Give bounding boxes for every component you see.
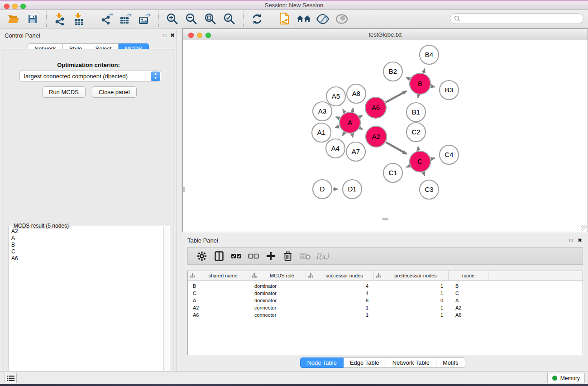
table-cell[interactable]: 8 [306, 298, 374, 303]
mcds-result-item[interactable]: C [10, 248, 163, 255]
table-settings-gear-icon[interactable] [193, 249, 210, 263]
table-cell[interactable]: B [188, 283, 249, 289]
result-list-scrollbar[interactable] [163, 227, 169, 379]
table-cell[interactable]: A2 [188, 305, 249, 310]
table-row[interactable]: Cdominator41C [188, 290, 583, 297]
network-window-titlebar[interactable]: testGlobe.txt [183, 29, 588, 40]
delete-column-icon[interactable] [279, 249, 296, 263]
run-mcds-button[interactable]: Run MCDS [42, 86, 86, 98]
column-header-MCDS-role[interactable]: MCDS role [249, 271, 306, 280]
save-icon[interactable] [23, 11, 42, 27]
table-cell[interactable]: 4 [306, 291, 374, 296]
import-network-icon[interactable] [51, 11, 70, 27]
graph-edge-A-A3[interactable] [336, 117, 339, 118]
mcds-result-item[interactable]: A2 [10, 228, 163, 234]
table-cell[interactable]: A [449, 298, 488, 303]
graph-node-A3[interactable]: A3 [313, 102, 332, 121]
table-cell[interactable]: 1 [374, 312, 449, 318]
open-folder-icon[interactable] [4, 11, 23, 27]
table-cell[interactable]: A6 [449, 312, 488, 318]
float-panel-icon[interactable]: □ [163, 32, 166, 38]
export-image-icon[interactable] [135, 11, 154, 27]
add-column-icon[interactable] [262, 249, 279, 263]
table-cell[interactable]: C [188, 291, 249, 296]
table-cell[interactable]: 1 [374, 305, 449, 310]
graph-node-B3[interactable]: B3 [440, 81, 459, 100]
open-session-file-icon[interactable] [275, 11, 294, 27]
show-annotations-icon[interactable] [332, 11, 351, 27]
graph-node-A2[interactable]: A2 [366, 126, 387, 147]
graph-node-D[interactable]: D [313, 180, 332, 199]
zoom-in-icon[interactable] [163, 11, 182, 27]
table-float-panel-icon[interactable]: □ [569, 237, 573, 243]
home-network-view-icon[interactable] [294, 11, 313, 27]
graph-edge-A-A2[interactable] [360, 128, 363, 129]
table-cell[interactable]: A2 [449, 305, 488, 310]
table-cell[interactable]: 0 [374, 298, 449, 303]
graph-edge-C-C2[interactable] [418, 147, 418, 151]
graph-edge-A6-B[interactable] [386, 91, 406, 102]
graph-node-C2[interactable]: C2 [406, 123, 425, 142]
tab-network-table[interactable]: Network Table [386, 357, 436, 368]
table-cell[interactable]: A [188, 298, 249, 303]
graph-edge-C-C4[interactable] [431, 158, 435, 159]
table-cell[interactable]: 1 [374, 283, 449, 289]
graph-edge-A2-C[interactable] [386, 142, 407, 154]
graph-edge-C-C1[interactable] [406, 166, 410, 167]
table-cell[interactable]: dominator [249, 298, 306, 303]
show-graphics-details-icon[interactable] [313, 11, 332, 27]
graph-node-A4[interactable]: A4 [326, 139, 345, 158]
graph-node-A5[interactable]: A5 [326, 87, 345, 106]
zoom-out-icon[interactable] [182, 11, 201, 27]
graph-node-A7[interactable]: A7 [346, 142, 365, 161]
graph-node-B2[interactable]: B2 [383, 62, 402, 81]
deselect-all-checkboxes-icon[interactable] [245, 249, 262, 263]
graph-node-A1[interactable]: A1 [312, 123, 331, 142]
zoom-fit-icon[interactable] [201, 11, 220, 27]
mcds-result-list[interactable]: A2ABCA6 [10, 228, 163, 262]
tab-edge-table[interactable]: Edge Table [344, 357, 386, 368]
close-panel-icon[interactable]: ✖ [170, 32, 175, 38]
graph-node-C3[interactable]: C3 [420, 180, 439, 199]
graph-node-B[interactable]: B [410, 73, 430, 94]
table-cell[interactable]: 1 [306, 305, 374, 310]
mcds-result-item[interactable]: B [10, 241, 163, 248]
table-cell[interactable]: connector [249, 312, 306, 318]
graph-node-C4[interactable]: C4 [440, 145, 459, 164]
tab-node-table[interactable]: Node Table [300, 357, 344, 368]
graph-node-A6[interactable]: A6 [365, 97, 386, 118]
table-cell[interactable]: 4 [306, 283, 374, 289]
graph-node-C1[interactable]: C1 [383, 163, 402, 182]
table-cell[interactable]: connector [249, 305, 306, 310]
graph-node-D1[interactable]: D1 [343, 180, 362, 199]
graph-edge-A-A6[interactable] [360, 115, 363, 117]
graph-node-B4[interactable]: B4 [420, 45, 439, 64]
table-row[interactable]: Bdominator41B [188, 282, 583, 290]
refresh-icon[interactable] [248, 11, 267, 27]
graph-edge-B-B1[interactable] [418, 95, 419, 98]
search-input[interactable] [450, 13, 583, 24]
close-panel-button[interactable]: Close panel [92, 86, 137, 98]
table-row[interactable]: A2connector11A2 [188, 304, 583, 311]
table-cell[interactable]: dominator [249, 283, 306, 289]
task-history-button[interactable] [5, 373, 17, 383]
memory-button[interactable]: Memory [547, 373, 585, 383]
table-close-panel-icon[interactable]: ✖ [578, 237, 582, 243]
canvas-vertical-scrollbar[interactable] [183, 187, 185, 192]
mcds-result-item[interactable]: A6 [10, 255, 163, 262]
tab-motifs[interactable]: Motifs [436, 357, 465, 368]
show-columns-icon[interactable] [210, 249, 228, 263]
column-header-successor-nodes[interactable]: successor nodes [306, 271, 374, 280]
graph-edge-A-A5[interactable] [343, 109, 344, 113]
table-cell[interactable]: B [449, 283, 488, 289]
graph-edge-B-B3[interactable] [431, 86, 435, 87]
column-header-shared-name[interactable]: shared name [188, 271, 249, 280]
graph-node-B1[interactable]: B1 [406, 103, 425, 122]
zoom-selected-icon[interactable] [220, 11, 239, 27]
graph-edge-A-A7[interactable] [352, 133, 353, 137]
graph-node-C[interactable]: C [410, 151, 430, 172]
column-header-predecessor-nodes[interactable]: predecessor nodes [374, 271, 449, 280]
column-header-name[interactable]: name [449, 271, 488, 280]
graph-edge-C-C3[interactable] [424, 172, 425, 176]
table-cell[interactable]: 1 [374, 291, 449, 296]
